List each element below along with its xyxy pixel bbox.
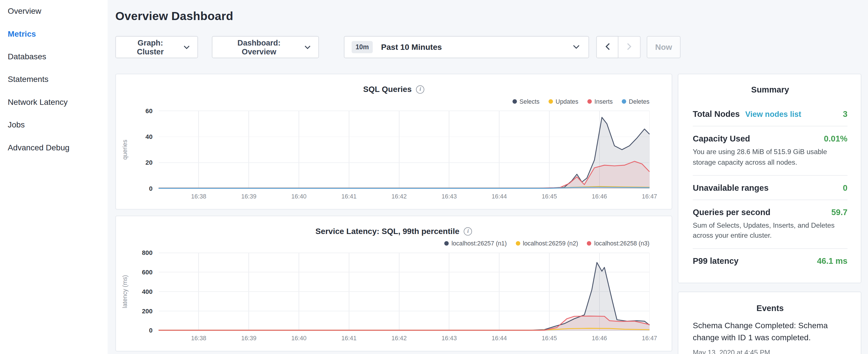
- sidebar-item-overview[interactable]: Overview: [0, 0, 107, 23]
- summary-label: Queries per second: [693, 207, 770, 217]
- service-latency-chart-panel: Service Latency: SQL, 99th percentile i …: [116, 216, 672, 351]
- summary-row-unavailable-ranges: Unavailable ranges 0: [693, 175, 847, 199]
- svg-text:queries: queries: [122, 140, 128, 160]
- chart-legend: localhost:26257 (n1)localhost:26259 (n2)…: [116, 239, 650, 247]
- legend-item[interactable]: localhost:26257 (n1): [444, 240, 507, 246]
- svg-text:latency (ms): latency (ms): [122, 275, 128, 308]
- graph-scope-dropdown[interactable]: Graph: Cluster: [116, 36, 198, 58]
- svg-text:16:45: 16:45: [541, 193, 557, 200]
- svg-text:16:45: 16:45: [541, 335, 557, 342]
- svg-text:16:42: 16:42: [392, 335, 407, 342]
- summary-row-queries-per-second: Queries per second 59.7 Sum of Selects, …: [693, 199, 847, 248]
- events-title: Events: [693, 292, 847, 319]
- charts-column: SQL Queries i SelectsUpdatesInsertsDelet…: [116, 74, 672, 354]
- event-item[interactable]: Schema Change Completed: Schema change w…: [693, 319, 847, 354]
- chevron-down-icon: [573, 45, 580, 49]
- summary-label: P99 latency: [693, 256, 739, 265]
- svg-text:0: 0: [149, 327, 152, 334]
- legend-dot-icon: [513, 99, 517, 103]
- page-title: Overview Dashboard: [116, 9, 861, 23]
- dashboard-dropdown-label: Dashboard: Overview: [220, 38, 298, 56]
- time-step-forward-button[interactable]: [618, 36, 641, 58]
- summary-value: 3: [843, 109, 847, 119]
- summary-description: You are using 28.6 MiB of 515.9 GiB usab…: [693, 147, 847, 168]
- info-icon[interactable]: i: [416, 85, 425, 93]
- svg-text:60: 60: [146, 107, 153, 115]
- sidebar-item-jobs[interactable]: Jobs: [0, 114, 107, 136]
- event-timestamp: May 13, 2020 at 4:45 PM: [693, 349, 847, 354]
- summary-panel: Summary Total Nodes View nodes list 3 Ca…: [678, 74, 861, 283]
- main-content: Overview Dashboard Graph: Cluster Dashbo…: [107, 0, 868, 354]
- chart-title: SQL Queries: [363, 85, 412, 94]
- time-step-back-button[interactable]: [596, 36, 618, 58]
- legend-item[interactable]: Selects: [513, 98, 539, 104]
- legend-label: Selects: [520, 98, 539, 104]
- svg-text:600: 600: [142, 269, 152, 276]
- chart-plot[interactable]: 16:3816:3916:4016:4116:4216:4316:4416:45…: [116, 247, 672, 345]
- svg-text:16:38: 16:38: [191, 193, 206, 200]
- sql-queries-chart-panel: SQL Queries i SelectsUpdatesInsertsDelet…: [116, 74, 672, 210]
- svg-text:400: 400: [142, 288, 152, 295]
- sidebar: Overview Metrics Databases Statements Ne…: [0, 0, 107, 354]
- summary-description: Sum of Selects, Updates, Inserts, and De…: [693, 220, 847, 241]
- time-step-buttons: [596, 36, 641, 58]
- dashboard-dropdown[interactable]: Dashboard: Overview: [212, 36, 319, 58]
- svg-text:16:46: 16:46: [592, 335, 607, 342]
- legend-label: Inserts: [594, 98, 613, 104]
- summary-value: 0: [843, 183, 847, 192]
- svg-text:16:43: 16:43: [442, 335, 457, 342]
- view-nodes-list-link[interactable]: View nodes list: [745, 110, 801, 119]
- chevron-right-icon: [627, 42, 631, 52]
- time-range-selector[interactable]: 10m Past 10 Minutes: [344, 36, 589, 58]
- legend-item[interactable]: Updates: [549, 98, 578, 104]
- svg-text:0: 0: [149, 185, 152, 192]
- page: Overview Metrics Databases Statements Ne…: [0, 0, 868, 354]
- legend-item[interactable]: localhost:26259 (n2): [516, 240, 578, 246]
- svg-text:16:39: 16:39: [241, 335, 256, 342]
- summary-label: Total Nodes: [693, 109, 740, 119]
- legend-label: localhost:26259 (n2): [523, 240, 578, 246]
- summary-label: Unavailable ranges: [693, 183, 769, 192]
- events-panel: Events Schema Change Completed: Schema c…: [678, 292, 861, 354]
- legend-label: localhost:26257 (n1): [451, 240, 507, 246]
- sidebar-item-advanced-debug[interactable]: Advanced Debug: [0, 136, 107, 159]
- graph-scope-label: Graph: Cluster: [124, 38, 177, 56]
- svg-text:16:47: 16:47: [642, 335, 657, 342]
- legend-item[interactable]: Deletes: [622, 98, 649, 104]
- svg-text:16:41: 16:41: [341, 335, 356, 342]
- chevron-down-icon: [184, 45, 190, 49]
- right-sidebar: Summary Total Nodes View nodes list 3 Ca…: [678, 74, 861, 354]
- summary-row-capacity-used: Capacity Used 0.01% You are using 28.6 M…: [693, 126, 847, 175]
- summary-row-total-nodes: Total Nodes View nodes list 3: [693, 102, 847, 126]
- svg-text:40: 40: [146, 133, 153, 140]
- sidebar-item-metrics[interactable]: Metrics: [0, 23, 107, 45]
- svg-text:800: 800: [142, 249, 152, 256]
- legend-label: localhost:26258 (n3): [594, 240, 650, 246]
- svg-text:16:41: 16:41: [341, 193, 356, 200]
- chart-plot[interactable]: 16:3816:3916:4016:4116:4216:4316:4416:45…: [116, 105, 672, 203]
- svg-text:16:47: 16:47: [642, 193, 657, 200]
- svg-text:16:40: 16:40: [291, 335, 306, 342]
- now-button[interactable]: Now: [647, 36, 681, 58]
- sidebar-item-databases[interactable]: Databases: [0, 45, 107, 68]
- chart-title-row: SQL Queries i: [116, 84, 672, 95]
- svg-text:16:42: 16:42: [392, 193, 407, 200]
- sidebar-item-statements[interactable]: Statements: [0, 68, 107, 91]
- summary-value: 0.01%: [824, 133, 847, 143]
- controls-bar: Graph: Cluster Dashboard: Overview 10m P…: [116, 36, 861, 58]
- legend-dot-icon: [622, 99, 626, 103]
- svg-text:16:44: 16:44: [492, 335, 507, 342]
- legend-label: Updates: [556, 98, 578, 104]
- info-icon[interactable]: i: [464, 227, 472, 235]
- sidebar-item-network-latency[interactable]: Network Latency: [0, 91, 107, 114]
- svg-text:16:40: 16:40: [291, 193, 306, 200]
- legend-item[interactable]: localhost:26258 (n3): [587, 240, 649, 246]
- chevron-left-icon: [605, 42, 610, 52]
- legend-dot-icon: [444, 241, 448, 245]
- legend-dot-icon: [516, 241, 520, 245]
- legend-dot-icon: [587, 99, 591, 103]
- chart-legend: SelectsUpdatesInsertsDeletes: [116, 97, 650, 105]
- chevron-down-icon: [305, 45, 311, 49]
- summary-row-p99-latency: P99 latency 46.1 ms: [693, 248, 847, 273]
- legend-item[interactable]: Inserts: [587, 98, 613, 104]
